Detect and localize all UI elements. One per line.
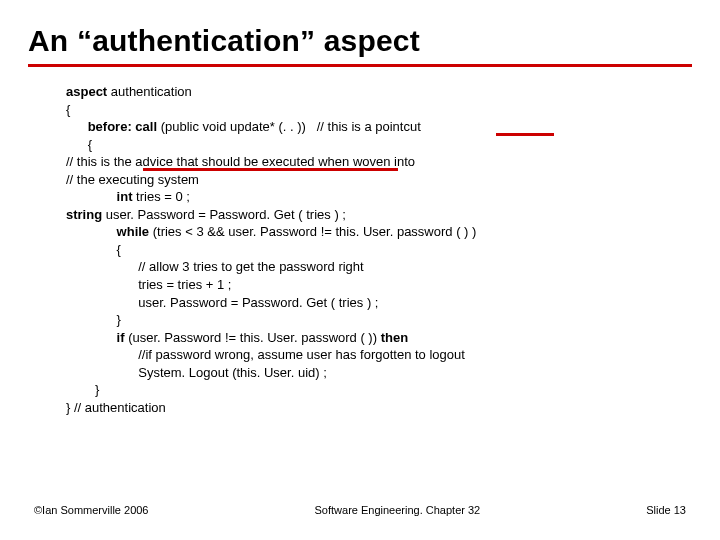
- code-line: {: [66, 241, 692, 259]
- slide-footer: ©Ian Sommerville 2006 Software Engineeri…: [0, 504, 720, 516]
- code-line: tries = tries + 1 ;: [66, 276, 692, 294]
- code-pad: [66, 189, 117, 204]
- slide-title: An “authentication” aspect: [28, 24, 692, 58]
- keyword-if: if: [117, 330, 125, 345]
- code-text: tries = 0 ;: [132, 189, 189, 204]
- slide: An “authentication” aspect aspect authen…: [0, 0, 720, 540]
- keyword-string: string: [66, 207, 102, 222]
- code-line: before: call (public void update* (. . )…: [66, 118, 692, 136]
- keyword-while: while: [117, 224, 150, 239]
- code-line: {: [66, 101, 692, 119]
- keyword-int: int: [117, 189, 133, 204]
- code-line: // the executing system: [66, 171, 692, 189]
- code-line: {: [66, 136, 692, 154]
- keyword-before-call: before: call: [88, 119, 157, 134]
- footer-center: Software Engineering. Chapter 32: [149, 504, 647, 516]
- code-text: authentication: [107, 84, 192, 99]
- code-block: aspect authentication { before: call (pu…: [28, 83, 692, 416]
- footer-left: ©Ian Sommerville 2006: [34, 504, 149, 516]
- keyword-aspect: aspect: [66, 84, 107, 99]
- code-pad: [66, 330, 117, 345]
- underline-advice: [143, 168, 398, 171]
- code-line: int tries = 0 ;: [66, 188, 692, 206]
- code-pad: [66, 224, 117, 239]
- code-line: } // authentication: [66, 399, 692, 417]
- code-line: string user. Password = Password. Get ( …: [66, 206, 692, 224]
- code-line: if (user. Password != this. User. passwo…: [66, 329, 692, 347]
- code-text: user. Password = Password. Get ( tries )…: [102, 207, 346, 222]
- code-text: (user. Password != this. User. password …: [125, 330, 381, 345]
- code-line: user. Password = Password. Get ( tries )…: [66, 294, 692, 312]
- code-text: (tries < 3 && user. Password != this. Us…: [149, 224, 476, 239]
- code-line: //if password wrong, assume user has for…: [66, 346, 692, 364]
- underline-pointcut: [496, 133, 554, 136]
- code-line: System. Logout (this. User. uid) ;: [66, 364, 692, 382]
- code-line: // allow 3 tries to get the password rig…: [66, 258, 692, 276]
- title-underline: [28, 64, 692, 67]
- code-pad: [66, 119, 88, 134]
- code-line: }: [66, 311, 692, 329]
- code-line: }: [66, 381, 692, 399]
- code-line: while (tries < 3 && user. Password != th…: [66, 223, 692, 241]
- footer-right: Slide 13: [646, 504, 686, 516]
- code-text: (public void update* (. . )) // this is …: [157, 119, 421, 134]
- code-line: aspect authentication: [66, 83, 692, 101]
- keyword-then: then: [381, 330, 408, 345]
